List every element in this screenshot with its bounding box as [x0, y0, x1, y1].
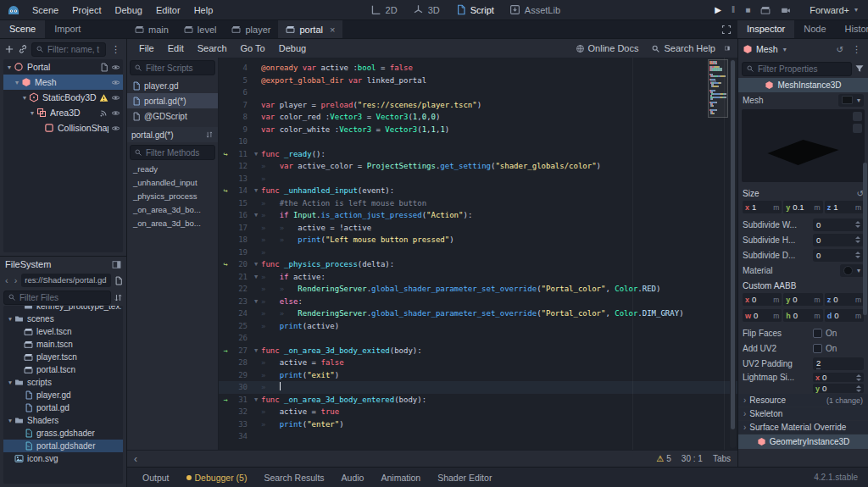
scene-tab-main[interactable]: main	[127, 20, 176, 38]
scene-node-collisionshape3d[interactable]: CollisionShape3D	[3, 120, 123, 136]
tab-node[interactable]: Node	[794, 20, 835, 38]
file-shaders[interactable]: ▼Shaders	[3, 414, 123, 427]
filter-properties-input[interactable]	[758, 64, 848, 74]
line-number[interactable]: 26	[232, 332, 251, 345]
preview-light1-button[interactable]	[853, 112, 862, 121]
line-number[interactable]: 12	[232, 160, 251, 173]
add-node-icon[interactable]	[4, 44, 14, 54]
line-number[interactable]: 19	[232, 246, 251, 259]
code-line-19[interactable]: 19»	[219, 246, 737, 259]
script-menu-debug[interactable]: Debug	[272, 41, 313, 56]
code-line-14[interactable]: ↪14▼func _unhandled_input(event):	[219, 185, 737, 197]
play-button[interactable]: ▶	[710, 3, 726, 16]
code-line-6[interactable]: 6	[219, 86, 737, 99]
focus-file-icon[interactable]	[114, 276, 123, 285]
aabb-h-field[interactable]: h0m	[783, 309, 822, 322]
kebab-icon[interactable]: ⋮	[109, 44, 122, 55]
aabb-w-field[interactable]: w0m	[743, 309, 782, 322]
line-number[interactable]: 17	[232, 222, 251, 235]
method-item-_unhandled_input[interactable]: _unhandled_input	[127, 176, 218, 190]
movie-button[interactable]	[776, 3, 795, 17]
code-line-12[interactable]: 12» var active_color = ProjectSettings.g…	[219, 160, 737, 173]
spinner-arrows-icon[interactable]	[855, 221, 860, 228]
code-line-20[interactable]: ↪20▼func _physics_process(delta):	[219, 258, 737, 271]
section-geometryinstance3d[interactable]: GeometryInstance3D	[738, 434, 868, 449]
file-player.gd[interactable]: player.gd	[3, 389, 123, 401]
code-line-34[interactable]: 34	[219, 430, 737, 443]
code-line-5[interactable]: 5@export_global_dir var linked_portal	[219, 75, 737, 87]
file-level.tscn[interactable]: level.tscn	[3, 325, 123, 338]
filter-scripts-input[interactable]	[146, 64, 211, 73]
sidebar-collapse-icon[interactable]: ‹	[134, 453, 137, 465]
filter-methods-input[interactable]	[146, 148, 211, 158]
kebab-icon[interactable]: ⋮	[849, 44, 864, 55]
line-number[interactable]: 8	[232, 111, 251, 124]
code-line-7[interactable]: 7var player = preload("res://scenes/play…	[219, 99, 737, 112]
eye-icon[interactable]	[111, 124, 120, 133]
subdivide-height-field[interactable]: 0	[813, 234, 864, 246]
bottom-tab-audio[interactable]: Audio	[335, 470, 371, 485]
distraction-free-icon[interactable]	[721, 25, 732, 35]
code-minimap[interactable]	[709, 61, 726, 116]
expander-icon[interactable]: ▼	[28, 110, 36, 116]
method-item-_on_area_3d_bo...[interactable]: _on_area_3d_bo...	[127, 217, 218, 230]
file-main.tscn[interactable]: main.tscn	[3, 338, 123, 351]
warnings-count[interactable]: ⚠ 5	[656, 454, 671, 463]
scene-filter-input[interactable]	[47, 45, 102, 54]
line-number[interactable]: 15	[232, 197, 251, 210]
code-line-11[interactable]: ↪11▼func _ready():	[219, 148, 737, 161]
resource-section[interactable]: › Resource (1 change)	[738, 394, 868, 407]
eye-icon[interactable]	[111, 78, 120, 87]
bottom-tab-search-results[interactable]: Search Results	[257, 470, 331, 485]
line-number[interactable]: 34	[232, 430, 251, 443]
edited-object-name[interactable]: Mesh	[756, 44, 778, 54]
size-x-field[interactable]: x1m	[743, 201, 782, 213]
close-tab-icon[interactable]: ×	[330, 25, 335, 35]
scene-node-portal[interactable]: ▼Portal	[3, 59, 123, 75]
line-number[interactable]: 13	[232, 173, 251, 185]
filter-files-input[interactable]	[19, 293, 107, 302]
sort-methods-icon[interactable]	[205, 130, 214, 139]
search-help-button[interactable]: Search Help	[645, 43, 721, 53]
code-line-26[interactable]: 26	[219, 332, 737, 345]
inspector-scrollbar[interactable]	[863, 163, 867, 315]
code-editor[interactable]: 4@onready var active :bool = false5@expo…	[219, 58, 737, 450]
scene-tab-portal[interactable]: portal×	[278, 20, 342, 38]
method-item-_physics_process[interactable]: _physics_process	[127, 190, 218, 203]
line-number[interactable]: 16	[232, 209, 251, 222]
file-portal.gd[interactable]: portal.gd	[3, 401, 123, 414]
script-item-player.gd[interactable]: player.gd	[127, 78, 218, 93]
spinner-arrows-icon[interactable]	[855, 236, 860, 243]
code-line-31[interactable]: →31▼func _on_area_3d_body_entered(body):	[219, 394, 737, 407]
code-line-18[interactable]: 18» » print("Left mouse button pressed")	[219, 234, 737, 246]
bottom-tab-output[interactable]: Output	[136, 470, 176, 485]
uv2-padding-field[interactable]: 2	[813, 357, 864, 370]
scene-node-area3d[interactable]: ▼Area3D	[3, 105, 123, 120]
nav-back-icon[interactable]: ‹	[3, 275, 10, 285]
line-number[interactable]: 23	[232, 296, 251, 308]
bottom-tab-debugger-5-[interactable]: Debugger (5)	[180, 470, 254, 485]
line-number[interactable]: 9	[232, 124, 251, 136]
history-icon[interactable]: ↺	[834, 45, 846, 54]
script-menu-file[interactable]: File	[132, 41, 161, 56]
tab-import[interactable]: Import	[45, 20, 90, 38]
code-line-32[interactable]: 32» active = true	[219, 406, 737, 418]
play-scene-button[interactable]	[756, 3, 775, 17]
line-number[interactable]: 25	[232, 320, 251, 333]
preview-light2-button[interactable]	[853, 124, 862, 133]
scene-node-mesh[interactable]: ▼Mesh	[3, 75, 123, 90]
code-line-17[interactable]: 17» » active = !active	[219, 222, 737, 235]
workspace-2d[interactable]: 2D	[363, 2, 405, 18]
expander-icon[interactable]: ▼	[13, 80, 21, 86]
file-grass.gdshader[interactable]: grass.gdshader	[3, 427, 123, 440]
tab-history[interactable]: History	[836, 20, 868, 38]
line-number[interactable]: 28	[232, 357, 251, 369]
menu-project[interactable]: Project	[65, 3, 108, 18]
expander-icon[interactable]: ▼	[6, 379, 14, 385]
fold-arrow-icon[interactable]: ▼	[251, 296, 261, 308]
bottom-tab-animation[interactable]: Animation	[374, 470, 427, 485]
code-line-10[interactable]: 10	[219, 136, 737, 148]
line-number[interactable]: 20	[232, 258, 251, 271]
mesh-resource-picker[interactable]: ▾	[838, 94, 864, 107]
line-number[interactable]: 7	[232, 99, 251, 112]
